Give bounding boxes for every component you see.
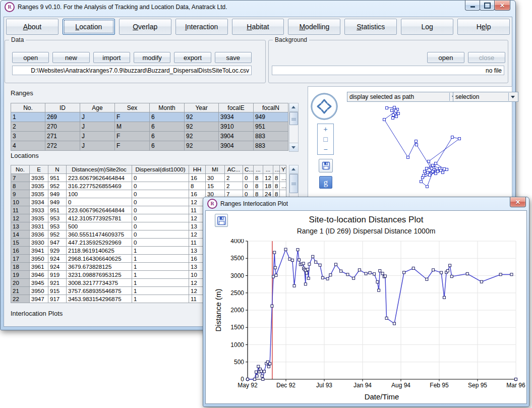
table-cell[interactable]: 949 [254,112,288,122]
column-header[interactable]: Age [80,103,115,112]
table-cell[interactable]: 3910 [219,122,254,132]
table-cell[interactable]: 951 [48,206,67,214]
table-cell[interactable]: 269 [45,112,80,122]
table-cell[interactable]: 8 [189,182,206,190]
table-cell[interactable]: 0 [132,239,189,247]
column-header[interactable]: Year [185,103,219,112]
column-header[interactable]: C... [243,165,254,174]
table-cell[interactable]: 8 [273,182,280,190]
table-cell[interactable]: 3008.32177734375 [67,279,132,287]
pan-control[interactable] [311,93,338,120]
table-cell[interactable]: 0 [132,182,189,190]
background-close-button[interactable]: close [468,52,505,63]
menu-item-help[interactable]: Help [457,19,510,35]
table-cell[interactable]: 7 [11,174,30,182]
table-cell[interactable]: 271 [45,132,80,141]
table-cell[interactable]: 2118.9619140625 [67,247,132,255]
ranges-scrollbar[interactable] [289,103,299,152]
table-cell[interactable]: 0 [132,206,189,214]
table-cell[interactable]: 3904 [219,132,254,141]
column-header[interactable]: Dispersal(dist1000) [132,165,189,174]
plot-titlebar[interactable]: R Ranges Interlocation Plot [203,197,529,210]
column-header[interactable]: N [48,165,67,174]
minimize-button[interactable] [465,1,480,11]
table-cell[interactable]: 223.60679626464844 [67,174,132,182]
column-header[interactable]: Distances(m)Site2loc [67,165,132,174]
table-cell[interactable]: 924 [48,255,67,263]
table-cell[interactable]: 17 [11,255,30,263]
table-cell[interactable]: 1 [132,255,189,263]
scrollbar-thumb[interactable] [289,174,298,193]
column-header[interactable]: ID [45,103,80,112]
table-cell[interactable]: 2 [225,174,243,182]
column-header[interactable]: focalN [254,103,288,112]
table-row[interactable]: 1269JF6923934949 [11,112,288,122]
table-cell[interactable]: 1 [132,271,189,279]
table-cell[interactable]: 0 [132,190,189,198]
table-cell[interactable]: 272 [45,141,80,151]
table-cell[interactable]: 6 [150,112,185,122]
table-cell[interactable]: 3935 [30,174,48,182]
table-cell[interactable]: 3935 [30,182,48,190]
table-cell[interactable]: 16 [189,174,206,182]
table-cell[interactable]: 21 [11,287,30,295]
table-cell[interactable]: 2 [11,122,45,132]
table-cell[interactable]: 15 [11,239,30,247]
table-cell[interactable]: 13 [11,222,30,230]
column-header[interactable]: No. [11,165,30,174]
table-cell[interactable]: 12 [11,214,30,222]
menu-item-statistics[interactable]: Statistics [344,19,397,35]
menu-item-location[interactable]: Location [63,19,115,35]
table-cell[interactable]: 883 [254,141,288,151]
menu-item-interaction[interactable]: Interaction [175,19,228,35]
table-cell[interactable]: 924 [48,263,67,271]
table-cell[interactable]: 952 [48,182,67,190]
table-cell[interactable]: 0 [132,214,189,222]
table-cell[interactable]: 92 [185,112,219,122]
table-cell[interactable]: 947 [48,239,67,247]
table-cell[interactable]: 3933 [30,206,48,214]
table-cell[interactable]: 3935 [30,190,48,198]
data-save-button[interactable]: save [215,52,252,63]
main-titlebar[interactable]: R Ranges 9 v0.10. For the Analysis of Tr… [1,1,515,14]
table-cell[interactable]: 1 [132,295,189,303]
menu-item-modelling[interactable]: Modelling [288,19,340,35]
table-cell[interactable]: 11 [11,206,30,214]
table-cell[interactable]: 30 [206,174,225,182]
table-cell[interactable]: ... [280,182,286,190]
table-cell[interactable]: 3930 [30,239,48,247]
table-cell[interactable]: 3934 [30,198,48,206]
table-cell[interactable]: M [115,122,150,132]
table-cell[interactable]: 1 [11,112,45,122]
table-cell[interactable]: 949 [48,190,67,198]
table-cell[interactable]: 6 [150,122,185,132]
column-header[interactable]: Month [150,103,185,112]
table-cell[interactable]: 12 [263,174,273,182]
table-cell[interactable]: 18 [263,182,273,190]
table-cell[interactable]: 8 [254,174,263,182]
column-header[interactable]: AC... [225,165,243,174]
table-cell[interactable]: 18 [11,263,30,271]
table-cell[interactable]: 2 [225,182,243,190]
table-cell[interactable]: 3946 [30,271,48,279]
column-header[interactable]: ... [273,165,280,174]
display-mode-dropdown[interactable]: display selected as path [347,92,459,102]
table-cell[interactable]: 2968.164306640625 [67,255,132,263]
table-cell[interactable]: F [115,132,150,141]
table-cell[interactable]: 6 [150,141,185,151]
table-cell[interactable]: 1 [132,287,189,295]
table-cell[interactable]: 8 [11,182,30,190]
table-cell[interactable]: 20 [11,279,30,287]
table-cell[interactable]: 949 [48,198,67,206]
table-cell[interactable]: ... [280,174,286,182]
table-cell[interactable]: 9 [11,190,30,198]
data-export-button[interactable]: export [174,52,211,63]
data-import-button[interactable]: import [93,52,130,63]
table-cell[interactable]: 316.2277526855469 [67,182,132,190]
plot-close-button[interactable]: ✕ [510,197,526,207]
zoom-in-button[interactable]: + [318,124,333,134]
table-cell[interactable]: 19 [11,271,30,279]
table-cell[interactable]: 4 [11,141,45,151]
table-cell[interactable]: 8 [273,174,280,182]
table-cell[interactable]: 0 [243,174,254,182]
